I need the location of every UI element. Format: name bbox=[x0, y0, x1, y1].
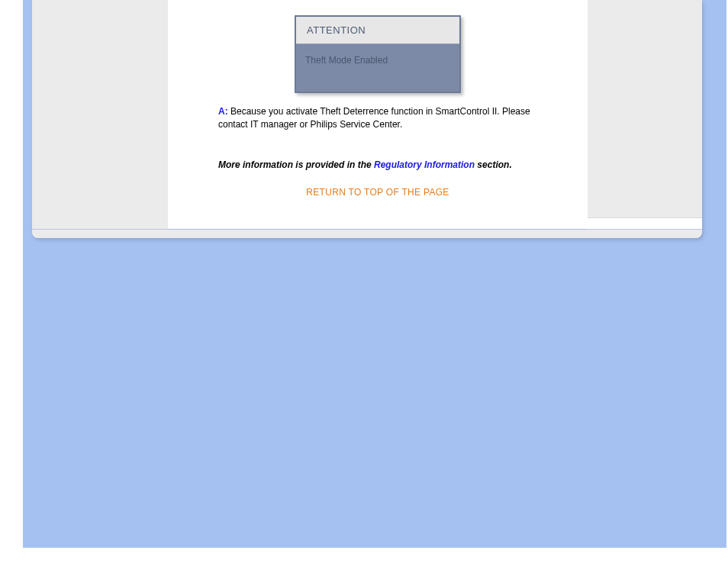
right-margin bbox=[588, 0, 702, 229]
regulatory-information-link[interactable]: Regulatory Information bbox=[374, 159, 475, 170]
return-to-top-link[interactable]: RETURN TO TOP OF THE PAGE bbox=[306, 187, 449, 198]
document-page: ATTENTION Theft Mode Enabled A: Because … bbox=[32, 0, 702, 238]
more-info-before: More information is provided in the bbox=[218, 159, 374, 170]
page-columns: ATTENTION Theft Mode Enabled A: Because … bbox=[32, 0, 702, 229]
answer-paragraph: A: Because you activate Theft Deterrence… bbox=[218, 105, 534, 132]
content-column: ATTENTION Theft Mode Enabled A: Because … bbox=[168, 0, 588, 229]
more-info-line: More information is provided in the Regu… bbox=[218, 159, 534, 170]
return-top-wrap: RETURN TO TOP OF THE PAGE bbox=[176, 187, 580, 198]
answer-label: A: bbox=[218, 106, 228, 117]
attention-title: ATTENTION bbox=[296, 17, 459, 44]
answer-text: Because you activate Theft Deterrence fu… bbox=[218, 106, 530, 130]
left-margin bbox=[32, 0, 168, 229]
attention-dialog: ATTENTION Theft Mode Enabled bbox=[295, 15, 461, 93]
attention-message: Theft Mode Enabled bbox=[296, 44, 459, 92]
page-footer-bar bbox=[32, 229, 702, 238]
more-info-after: section. bbox=[475, 159, 512, 170]
